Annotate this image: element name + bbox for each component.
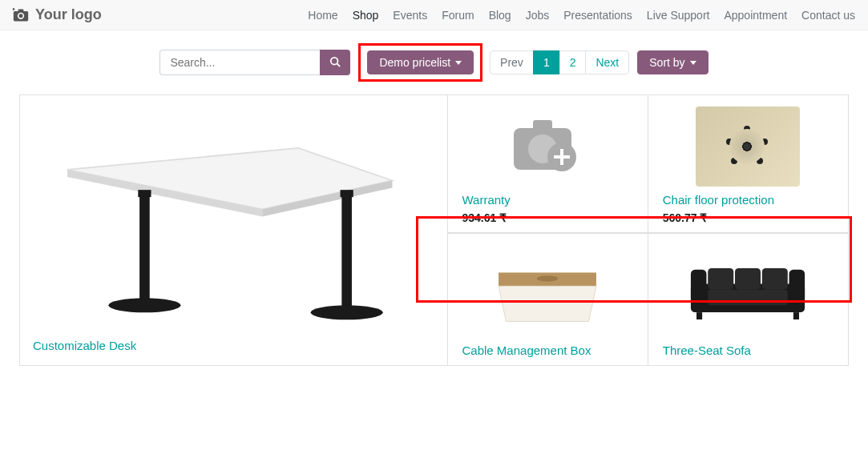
chevron-down-icon	[690, 61, 696, 65]
chevron-down-icon	[455, 61, 462, 65]
toolbar: Demo pricelist Prev 1 2 Next Sort by	[0, 30, 868, 94]
nav-appointment[interactable]: Appointment	[724, 9, 787, 22]
product-price: 560.77 ₹	[663, 211, 834, 224]
main-nav: Home Shop Events Forum Blog Jobs Present…	[308, 9, 855, 22]
product-title[interactable]: Warranty	[462, 193, 633, 207]
product-image	[462, 106, 633, 187]
camera-icon	[13, 8, 29, 22]
nav-home[interactable]: Home	[308, 9, 337, 22]
nav-jobs[interactable]: Jobs	[526, 9, 550, 22]
page-2[interactable]: 2	[559, 50, 587, 74]
page-prev[interactable]: Prev	[490, 50, 534, 74]
nav-forum[interactable]: Forum	[442, 9, 474, 22]
svg-rect-31	[762, 268, 788, 290]
product-title[interactable]: Customizable Desk	[33, 339, 434, 352]
logo-text: Your logo	[35, 6, 102, 23]
svg-rect-13	[341, 191, 352, 307]
logo[interactable]: Your logo	[13, 6, 102, 23]
search-button[interactable]	[320, 50, 350, 75]
pricelist-dropdown[interactable]: Demo pricelist	[367, 50, 474, 74]
nav-shop[interactable]: Shop	[353, 9, 379, 22]
sort-dropdown[interactable]: Sort by	[637, 50, 708, 74]
nav-live-support[interactable]: Live Support	[647, 9, 710, 22]
sort-label: Sort by	[649, 56, 684, 69]
product-card-featured[interactable]: Customizable Desk	[19, 94, 448, 366]
product-card-three-seat-sofa[interactable]: Three-Seat Sofa	[648, 233, 849, 366]
header: Your logo Home Shop Events Forum Blog Jo…	[0, 0, 868, 30]
search-group	[159, 50, 350, 75]
svg-rect-11	[139, 191, 150, 299]
svg-point-12	[108, 298, 180, 312]
svg-marker-24	[499, 286, 596, 321]
svg-rect-27	[691, 270, 707, 302]
svg-rect-29	[709, 268, 734, 290]
svg-rect-5	[13, 8, 14, 10]
product-grid: Customizable Desk Warranty 934.61 ₹	[0, 94, 868, 366]
nav-blog[interactable]: Blog	[489, 9, 511, 22]
svg-rect-18	[533, 120, 552, 131]
product-image	[462, 245, 633, 337]
svg-rect-28	[789, 270, 805, 302]
nav-events[interactable]: Events	[393, 9, 427, 22]
product-title[interactable]: Chair floor protection	[663, 193, 834, 207]
svg-point-6	[331, 57, 338, 64]
product-image	[663, 106, 834, 187]
product-card-chair-floor-protection[interactable]: Chair floor protection 560.77 ₹	[648, 94, 849, 233]
pricelist-label: Demo pricelist	[379, 56, 450, 69]
product-image	[33, 108, 434, 332]
product-card-cable-management-box[interactable]: Cable Management Box	[448, 233, 648, 366]
pagination: Prev 1 2 Next	[491, 50, 629, 74]
nav-contact-us[interactable]: Contact us	[801, 9, 855, 22]
svg-rect-34	[793, 312, 799, 319]
svg-rect-15	[138, 190, 151, 197]
page-1[interactable]: 1	[533, 50, 560, 74]
product-title[interactable]: Cable Management Box	[462, 343, 633, 357]
search-input[interactable]	[159, 50, 320, 75]
page-next[interactable]: Next	[585, 50, 629, 74]
svg-point-25	[537, 275, 558, 282]
product-title[interactable]: Three-Seat Sofa	[663, 343, 834, 357]
product-image	[663, 245, 834, 337]
product-price: 934.61 ₹	[462, 211, 633, 224]
svg-line-7	[337, 63, 341, 66]
svg-rect-30	[735, 268, 761, 290]
image-placeholder-icon	[499, 110, 595, 183]
svg-rect-1	[18, 9, 24, 11]
svg-rect-16	[341, 190, 353, 197]
product-card-warranty[interactable]: Warranty 934.61 ₹	[448, 94, 648, 233]
search-icon	[329, 56, 341, 67]
product-subgrid: Warranty 934.61 ₹ Chair floor protection…	[448, 94, 850, 366]
nav-presentations[interactable]: Presentations	[563, 9, 632, 22]
svg-rect-32	[709, 290, 789, 306]
svg-point-14	[311, 305, 383, 319]
svg-point-3	[19, 14, 23, 18]
svg-rect-33	[696, 312, 702, 319]
pricelist-highlight: Demo pricelist	[358, 43, 482, 82]
